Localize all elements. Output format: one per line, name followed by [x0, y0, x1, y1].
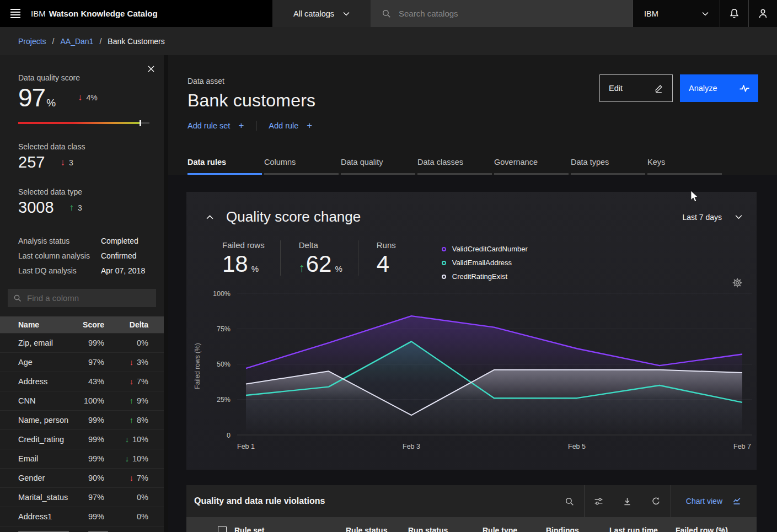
- column-table-rows: Zip, email99%0%Age97%↓3%Address43%↓7%CNN…: [0, 333, 164, 526]
- account-selector-label: IBM: [644, 9, 658, 18]
- legend-item-creditratingexist[interactable]: CreditRatingExist: [442, 270, 528, 283]
- sidebar-close-button[interactable]: [147, 65, 155, 73]
- column-name: Age: [18, 358, 69, 367]
- legend-ring-icon: [442, 261, 446, 265]
- tab-underline: [417, 173, 492, 175]
- column-row-address1[interactable]: Address199%0%: [0, 507, 164, 526]
- breadcrumb-item-bank-customers: Bank Customers: [108, 37, 164, 46]
- column-row-address[interactable]: Address43%↓7%: [0, 372, 164, 391]
- find-column-input[interactable]: [27, 293, 151, 303]
- breadcrumb-item-aa-dan1[interactable]: AA_Dan1: [60, 37, 93, 46]
- violations-column-rule-set: Rule set: [234, 526, 264, 532]
- column-row-marital-status[interactable]: Marital_status97%0%: [0, 487, 164, 507]
- legend-item-validemailaddress[interactable]: ValidEmailAddress: [442, 256, 528, 270]
- detail-label: Last column analysis: [18, 251, 101, 260]
- x-tick-label: Feb 5: [568, 443, 586, 450]
- refresh-button[interactable]: [642, 485, 671, 517]
- download-button[interactable]: [613, 485, 642, 517]
- detail-value: Completed: [101, 237, 138, 245]
- trend-down-arrow-icon: ↓: [125, 454, 129, 463]
- legend-ring-icon: [442, 247, 446, 251]
- tab-data-types[interactable]: Data types: [571, 153, 647, 175]
- trend-down-arrow-icon: ↓: [130, 474, 133, 482]
- tab-keys[interactable]: Keys: [647, 153, 724, 175]
- user-profile-button[interactable]: [748, 0, 777, 27]
- tab-label: Data rules: [187, 153, 264, 166]
- column-score-table: Name Score Delta Zip, email99%0%Age97%↓3…: [0, 316, 164, 532]
- analyze-button[interactable]: Analyze: [680, 74, 758, 102]
- data-type-trend: ↑ 3: [69, 202, 82, 213]
- top-bar-left: IBM Watson Knowledge Catalog: [0, 0, 272, 27]
- asset-main: Data asset Bank customers Add rule set +…: [168, 55, 777, 532]
- y-tick-label: 25%: [217, 396, 231, 404]
- account-selector[interactable]: IBM: [633, 0, 720, 27]
- tab-data-rules[interactable]: Data rules: [187, 153, 264, 175]
- detail-label: Analysis status: [18, 237, 101, 245]
- trend-down-arrow-icon: ↓: [78, 92, 83, 103]
- refresh-icon: [651, 497, 661, 506]
- table-search-button[interactable]: [555, 485, 584, 517]
- hamburger-icon: [10, 9, 20, 10]
- chart-settings-button[interactable]: [732, 278, 742, 288]
- y-tick-label: 75%: [217, 325, 231, 333]
- add-rule-link[interactable]: Add rule +: [269, 120, 312, 131]
- column-name: Zip, email: [18, 338, 69, 347]
- tab-columns[interactable]: Columns: [264, 153, 341, 175]
- column-row-email[interactable]: Email99%↓10%: [0, 449, 164, 468]
- add-rule-set-link[interactable]: Add rule set +: [187, 120, 244, 131]
- tab-data-quality[interactable]: Data quality: [341, 153, 417, 175]
- column-name: Address: [18, 377, 69, 386]
- column-header-delta: Delta: [104, 320, 148, 329]
- tab-label: Keys: [647, 153, 724, 166]
- x-tick-label: Feb 3: [403, 443, 420, 450]
- column-row-zip-email[interactable]: Zip, email99%0%: [0, 333, 164, 352]
- column-score: 90%: [69, 474, 104, 482]
- tab-content: Quality score change Last 7 days Failed …: [168, 175, 777, 532]
- chart-card-title: Quality score change: [226, 208, 361, 225]
- column-row-gender[interactable]: Gender90%↓7%: [0, 468, 164, 487]
- chart-view-toggle[interactable]: Chart view: [671, 485, 757, 517]
- tab-governance[interactable]: Governance: [494, 153, 571, 175]
- trend-down-arrow-icon: ↓: [130, 377, 133, 386]
- column-row-credit-rating[interactable]: Credit_rating99%↓10%: [0, 429, 164, 449]
- column-row-name-person[interactable]: Name, person99%↑8%: [0, 410, 164, 429]
- plus-icon: +: [238, 120, 244, 131]
- tab-label: Data classes: [417, 153, 494, 166]
- detail-value: Confirmed: [101, 251, 137, 260]
- violations-column-failed-row: Failed row (%): [676, 526, 728, 532]
- trend-down-arrow-icon: ↓: [60, 157, 65, 168]
- x-tick-label: Feb 7: [733, 443, 751, 450]
- tab-label: Data types: [571, 153, 647, 166]
- violations-header: Quality and data rule violations: [186, 485, 757, 517]
- collapse-card-button[interactable]: [206, 214, 214, 220]
- column-row-age[interactable]: Age97%↓3%: [0, 352, 164, 372]
- search-catalogs-input[interactable]: [399, 9, 621, 18]
- column-score: 99%: [69, 338, 104, 347]
- legend-item-validcreditcardnumber[interactable]: ValidCreditCardNumber: [442, 242, 528, 256]
- trend-down-arrow-icon: ↓: [125, 435, 129, 444]
- column-score: 99%: [69, 435, 104, 444]
- chevron-up-icon: [206, 214, 214, 220]
- detail-value: Apr 07, 2018: [101, 266, 145, 275]
- data-type-value: 3008: [18, 198, 54, 217]
- notifications-button[interactable]: [720, 0, 748, 27]
- quality-score-value: 97 %: [18, 84, 56, 111]
- hamburger-menu-button[interactable]: [0, 0, 31, 27]
- catalog-selector[interactable]: All catalogs: [272, 0, 371, 27]
- activity-icon: [740, 83, 749, 93]
- settings-adjust-button[interactable]: [585, 485, 613, 517]
- column-name: Credit_rating: [18, 435, 69, 444]
- violations-title: Quality and data rule violations: [186, 496, 325, 506]
- breadcrumb-item-projects[interactable]: Projects: [18, 37, 46, 46]
- column-row-cnn[interactable]: CNN100%↑9%: [0, 391, 164, 410]
- column-delta: ↑8%: [104, 416, 148, 424]
- gear-icon: [732, 278, 742, 288]
- period-selector[interactable]: Last 7 days: [682, 213, 742, 222]
- y-tick-label: 100%: [213, 290, 231, 298]
- tab-data-classes[interactable]: Data classes: [417, 153, 494, 175]
- legend-label: CreditRatingExist: [452, 272, 507, 281]
- edit-pencil-icon: [654, 84, 663, 93]
- gauge-tail: [141, 122, 149, 124]
- select-all-checkbox[interactable]: [218, 526, 227, 532]
- edit-button[interactable]: Edit: [599, 74, 673, 102]
